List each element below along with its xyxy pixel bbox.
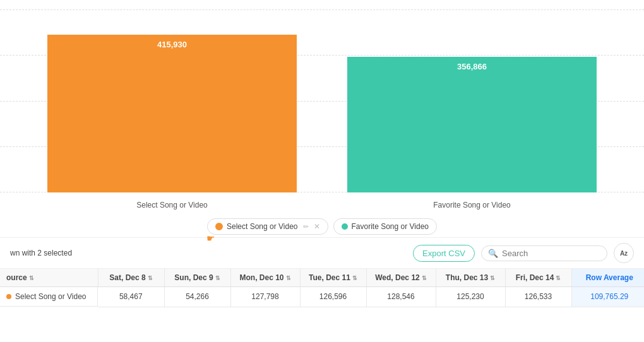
- cell-fri: 126,533: [505, 287, 571, 307]
- az-sort-button[interactable]: Az: [614, 243, 634, 263]
- edit-icon[interactable]: ✏: [303, 223, 309, 231]
- col-header-source: ource⇅: [0, 269, 98, 287]
- sort-arrow-sat: ⇅: [148, 275, 153, 281]
- bar-labels-bottom: Select Song or Video Favorite Song or Vi…: [0, 201, 644, 209]
- search-box: 🔍: [481, 245, 607, 261]
- col-header-sat[interactable]: Sat, Dec 8⇅: [98, 269, 164, 287]
- cell-thu: 125,230: [436, 287, 505, 307]
- legend-teal-dot: [342, 223, 348, 230]
- sort-arrow-thu: ⇅: [490, 275, 495, 281]
- col-header-wed[interactable]: Wed, Dec 12⇅: [366, 269, 436, 287]
- search-icon: 🔍: [488, 249, 498, 258]
- close-icon[interactable]: ✕: [314, 222, 320, 231]
- col-header-sun[interactable]: Sun, Dec 9⇅: [164, 269, 230, 287]
- cell-source: Select Song or Video: [0, 287, 98, 307]
- cell-avg: 109,765.29: [571, 287, 644, 307]
- sort-arrow-source: ⇅: [29, 275, 34, 281]
- bar-orange: 415,930: [47, 35, 297, 192]
- sort-arrow-fri: ⇅: [556, 275, 561, 281]
- toolbar-right: Export CSV 🔍 Az: [413, 243, 634, 263]
- table-header-row: ource⇅ Sat, Dec 8⇅ Sun, Dec 9⇅ Mon, Dec …: [0, 269, 644, 287]
- data-table: ource⇅ Sat, Dec 8⇅ Sun, Dec 9⇅ Mon, Dec …: [0, 269, 644, 307]
- sort-arrow-mon: ⇅: [286, 275, 291, 281]
- bar-col-orange: 415,930: [47, 35, 297, 192]
- grid-line-1: [0, 9, 644, 10]
- cell-sat: 58,467: [98, 287, 164, 307]
- cell-tue: 126,596: [300, 287, 366, 307]
- bar-teal-value: 356,866: [457, 57, 487, 192]
- bar-orange-value: 415,930: [157, 35, 187, 192]
- chart-area: 415,930 356,866 Select Song or Video Fav…: [0, 0, 644, 215]
- col-header-avg: Row Average: [571, 269, 644, 287]
- table-toolbar: wn with 2 selected Export CSV 🔍 Az: [0, 238, 644, 269]
- legend-pill-orange[interactable]: ☛ Select Song or Video ✏ ✕: [207, 218, 328, 235]
- col-header-mon[interactable]: Mon, Dec 10⇅: [230, 269, 300, 287]
- bar-teal: 356,866: [347, 57, 597, 192]
- legend-orange-dot: [215, 223, 223, 230]
- bar-col-teal: 356,866: [347, 57, 597, 192]
- col-header-thu[interactable]: Thu, Dec 13⇅: [436, 269, 505, 287]
- sort-arrow-tue: ⇅: [352, 275, 357, 281]
- table-section: wn with 2 selected Export CSV 🔍 Az ource…: [0, 237, 644, 307]
- legend-item-teal[interactable]: Favorite Song or Video: [333, 218, 438, 235]
- export-csv-button[interactable]: Export CSV: [413, 245, 475, 262]
- sort-arrow-sun: ⇅: [215, 275, 220, 281]
- row-dot: [6, 294, 11, 299]
- legend-area: ☛ Select Song or Video ✏ ✕ Favorite Song…: [0, 215, 644, 237]
- legend-teal-label: Favorite Song or Video: [352, 222, 429, 231]
- col-header-tue[interactable]: Tue, Dec 11⇅: [300, 269, 366, 287]
- selected-text: wn with 2 selected: [10, 249, 72, 257]
- sort-arrow-wed: ⇅: [422, 275, 427, 281]
- chart-bars: 415,930 356,866: [0, 35, 644, 192]
- col-header-fri[interactable]: Fri, Dec 14⇅: [505, 269, 571, 287]
- table-row: Select Song or Video 58,467 54,266 127,7…: [0, 287, 644, 307]
- legend-orange-label: Select Song or Video: [227, 222, 298, 231]
- cell-mon: 127,798: [230, 287, 300, 307]
- search-input[interactable]: [502, 249, 597, 258]
- bar-orange-label: Select Song or Video: [47, 201, 297, 209]
- cell-wed: 128,546: [366, 287, 436, 307]
- cell-sun: 54,266: [164, 287, 230, 307]
- bar-teal-label: Favorite Song or Video: [347, 201, 597, 209]
